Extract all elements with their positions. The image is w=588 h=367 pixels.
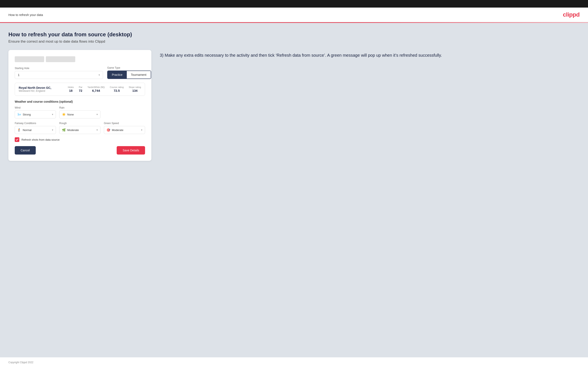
wind-rain-row: Wind 🌬️ Strong ▾ Rain ☀️ None ▾ (15, 106, 145, 118)
rain-icon: ☀️ (62, 113, 66, 116)
wind-value: Strong (23, 113, 31, 116)
logo: clippd (563, 11, 579, 18)
rain-select[interactable]: ☀️ None ▾ (59, 110, 101, 118)
save-button[interactable]: Save Details (117, 146, 145, 155)
fairway-group: Fairway Conditions 🏌️ Normal ▾ (15, 122, 56, 134)
course-stats: Holes 18 Par 72 Yards/White (M)) 6,744 C… (68, 86, 141, 92)
empty-group (104, 106, 145, 118)
stat-par: Par 72 (79, 86, 82, 92)
stat-yards: Yards/White (M)) 6,744 (87, 86, 105, 92)
partial-tab-1 (15, 56, 44, 62)
green-speed-icon: 🎯 (107, 128, 110, 132)
header: How to refresh your data clippd (0, 8, 588, 22)
course-location: Westward Ho!, England (19, 89, 64, 92)
course-card: Royal North Devon GC, Westward Ho!, Engl… (15, 83, 145, 96)
rough-chevron: ▾ (96, 128, 98, 131)
starting-hole-value: 1 (18, 73, 19, 77)
course-name: Royal North Devon GC, (19, 86, 64, 89)
rough-label: Rough (59, 122, 101, 125)
holes-value: 18 (69, 89, 72, 92)
game-type-group: Game Type Practice Tournament (107, 66, 151, 79)
wind-icon: 🌬️ (17, 113, 21, 116)
game-type-label: Game Type (107, 66, 151, 69)
page-subheading: Ensure the correct and most up to date d… (9, 40, 579, 44)
instruction-panel: 3) Make any extra edits necessary to the… (160, 50, 579, 58)
wind-group: Wind 🌬️ Strong ▾ (15, 106, 56, 118)
rough-group: Rough 🌿 Moderate ▾ (59, 122, 101, 134)
fairway-chevron: ▾ (52, 128, 53, 131)
checkmark-icon (16, 138, 18, 141)
stat-slope-rating: Slope rating 134 (129, 86, 141, 92)
stat-holes: Holes 18 (68, 86, 74, 92)
wind-chevron: ▾ (52, 113, 53, 116)
main-content: How to refresh your data from source (de… (0, 23, 588, 357)
starting-hole-chevron: ▾ (99, 74, 100, 76)
form-panel: Starting Hole 1 ▾ Game Type Practice Tou… (9, 50, 151, 161)
partial-tabs-strip (15, 56, 145, 62)
page-heading: How to refresh your data from source (de… (9, 31, 579, 38)
stat-course-rating: Course rating 72.5 (110, 86, 124, 92)
rain-value: None (67, 113, 74, 116)
yards-label: Yards/White (M)) (87, 86, 105, 88)
refresh-checkbox[interactable] (15, 137, 19, 142)
rough-select[interactable]: 🌿 Moderate ▾ (59, 126, 101, 134)
footer: Copyright Clippd 2022 (0, 357, 588, 367)
refresh-label: Refresh shots from data source (21, 138, 60, 141)
par-label: Par (79, 86, 82, 88)
fairway-row: Fairway Conditions 🏌️ Normal ▾ Rough 🌿 M… (15, 122, 145, 134)
course-info: Royal North Devon GC, Westward Ho!, Engl… (19, 86, 64, 92)
slope-rating-label: Slope rating (129, 86, 141, 88)
green-speed-label: Green Speed (104, 122, 145, 125)
form-top-row: Starting Hole 1 ▾ Game Type Practice Tou… (15, 66, 145, 79)
practice-button[interactable]: Practice (108, 71, 127, 79)
refresh-checkbox-row: Refresh shots from data source (15, 137, 145, 142)
partial-tab-2 (46, 56, 75, 62)
wind-select[interactable]: 🌬️ Strong ▾ (15, 110, 56, 118)
content-area: Starting Hole 1 ▾ Game Type Practice Tou… (9, 50, 579, 161)
header-title: How to refresh your data (9, 13, 43, 17)
instruction-text: 3) Make any extra edits necessary to the… (160, 52, 579, 58)
holes-label: Holes (68, 86, 74, 88)
fairway-icon: 🏌️ (17, 128, 21, 132)
tournament-button[interactable]: Tournament (127, 71, 151, 79)
conditions-section-title: Weather and course conditions (optional) (15, 100, 145, 103)
wind-label: Wind (15, 106, 56, 109)
green-speed-group: Green Speed 🎯 Moderate ▾ (104, 122, 145, 134)
green-speed-select[interactable]: 🎯 Moderate ▾ (104, 126, 145, 134)
slope-rating-value: 134 (132, 89, 138, 92)
par-value: 72 (79, 89, 82, 92)
green-speed-value: Moderate (112, 128, 123, 132)
rain-chevron: ▾ (96, 113, 98, 116)
rain-group: Rain ☀️ None ▾ (59, 106, 101, 118)
rough-icon: 🌿 (62, 128, 66, 132)
starting-hole-select[interactable]: 1 ▾ (15, 71, 103, 79)
fairway-label: Fairway Conditions (15, 122, 56, 125)
starting-hole-label: Starting Hole (15, 67, 103, 70)
fairway-value: Normal (23, 128, 32, 132)
rough-value: Moderate (67, 128, 79, 132)
yards-value: 6,744 (92, 89, 100, 92)
course-rating-value: 72.5 (114, 89, 120, 92)
top-bar (0, 0, 588, 8)
cancel-button[interactable]: Cancel (15, 146, 36, 155)
button-row: Cancel Save Details (15, 146, 145, 155)
footer-text: Copyright Clippd 2022 (9, 361, 34, 364)
game-type-buttons: Practice Tournament (107, 71, 151, 79)
rain-label: Rain (59, 106, 101, 109)
green-speed-chevron: ▾ (141, 128, 142, 131)
starting-hole-group: Starting Hole 1 ▾ (15, 67, 103, 79)
course-rating-label: Course rating (110, 86, 124, 88)
fairway-select[interactable]: 🏌️ Normal ▾ (15, 126, 56, 134)
